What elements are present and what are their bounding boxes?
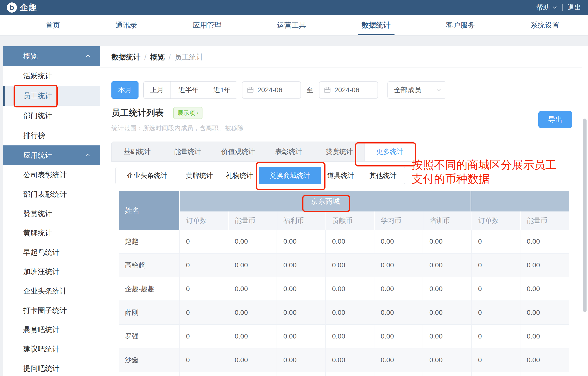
- breadcrumb-item[interactable]: 数据统计: [111, 52, 141, 62]
- scrollbar-thumb[interactable]: [583, 119, 587, 312]
- table-cell-value: 0.00: [423, 348, 471, 372]
- table-cell-value: [228, 372, 277, 376]
- table-cell-value: 0.00: [423, 325, 471, 348]
- sidebar-item[interactable]: 企业头条统计: [3, 282, 100, 301]
- sidebar-item[interactable]: 赞赏统计: [3, 204, 100, 223]
- sidebar-item-department-stats[interactable]: 部门统计: [3, 106, 100, 125]
- sidebar-item-ranking[interactable]: 排行榜: [3, 125, 100, 146]
- chevron-up-icon: [85, 53, 91, 59]
- nav-item-apps[interactable]: 应用管理: [193, 15, 222, 35]
- sidebar-item-employee-stats[interactable]: 员工统计: [3, 86, 100, 106]
- table-cell-value: 0.00: [228, 301, 277, 324]
- table-column-header: 培训币: [423, 211, 471, 230]
- tab-more-stats[interactable]: 更多统计: [364, 142, 415, 161]
- table-cell-value: 0.00: [520, 254, 569, 277]
- table-cell-value: 0.00: [423, 277, 471, 301]
- sidebar-item[interactable]: 悬赏吧统计: [3, 320, 100, 339]
- table-cell-value: 0.00: [520, 230, 569, 253]
- table-row: 沙鑫00.000.000.000.000.0000.00: [119, 348, 569, 372]
- table-cell-value: 0.00: [277, 325, 325, 348]
- sidebar-item[interactable]: 黄牌统计: [3, 223, 100, 243]
- table-cell-value: 0: [471, 301, 520, 324]
- subtab-other-stats[interactable]: 其他统计: [361, 167, 405, 184]
- tab-values-stats[interactable]: 价值观统计: [213, 142, 263, 161]
- table-column-header: 学习币: [374, 211, 423, 230]
- nav-item-customer-service[interactable]: 客户服务: [446, 15, 475, 35]
- logo-text: 企趣: [20, 2, 37, 13]
- sidebar-item[interactable]: 部门表彰统计: [3, 185, 100, 204]
- sidebar-item[interactable]: 建议吧统计: [3, 339, 100, 359]
- table-row: 高艳超00.000.000.000.000.0000.00: [119, 254, 569, 277]
- export-button[interactable]: 导出: [538, 111, 572, 128]
- calendar-icon: [247, 86, 254, 94]
- app-window: b 企趣 帮助 退出 首页 通讯录 应用管理 运营工具 数据统计 客户服务 系统…: [0, 0, 588, 376]
- subtab-headline-stats[interactable]: 企业头条统计: [116, 167, 179, 184]
- nav-item-data-stats[interactable]: 数据统计: [361, 15, 391, 35]
- table-cell-value: [471, 372, 520, 376]
- help-menu[interactable]: 帮助: [536, 3, 557, 12]
- table-row: 企趣-趣趣00.000.000.000.000.0000.00: [119, 277, 569, 301]
- sidebar-item[interactable]: 打卡圈子统计: [3, 301, 100, 320]
- sidebar-item-active-stats[interactable]: 活跃统计: [3, 66, 100, 86]
- table-cell-value: 0: [179, 277, 228, 301]
- sidebar-group-app-stats-label: 应用统计: [23, 150, 52, 160]
- table-cell-value: 0.00: [277, 277, 325, 301]
- date-from-picker[interactable]: 2024-06: [242, 81, 301, 99]
- nav-item-contacts[interactable]: 通讯录: [116, 15, 137, 35]
- nav-item-home[interactable]: 首页: [45, 15, 60, 35]
- subtab-prop-stats[interactable]: 道具统计: [321, 167, 361, 184]
- sidebar-item[interactable]: 提问吧统计: [3, 359, 100, 376]
- tab-basic-stats[interactable]: 基础统计: [112, 142, 163, 161]
- tab-praise-stats[interactable]: 赞赏统计: [314, 142, 365, 161]
- more-stats-subtabs: 企业头条统计 黄牌统计 礼物统计 兑换商城统计 道具统计 其他统计: [115, 167, 405, 184]
- this-month-button[interactable]: 本月: [111, 81, 139, 99]
- table-cell-value: 0: [179, 254, 228, 277]
- nav-item-settings[interactable]: 系统设置: [530, 15, 559, 35]
- table-cell-name: 高艳超: [119, 254, 179, 277]
- sidebar-item[interactable]: 早起鸟统计: [3, 243, 100, 262]
- date-range-to-label: 至: [307, 85, 313, 94]
- stats-tabs: 基础统计 能量统计 价值观统计 表彰统计 赞赏统计 更多统计: [111, 142, 415, 162]
- table-cell-value: 0.00: [374, 277, 423, 301]
- logo: b 企趣: [7, 2, 37, 13]
- chevron-down-icon: [552, 5, 557, 10]
- table-cell-value: 0.00: [520, 301, 569, 324]
- table-column-header: 订单数: [471, 211, 520, 230]
- table-column-header: 能量币: [520, 211, 569, 230]
- nav-item-ops-tools[interactable]: 运营工具: [277, 15, 306, 35]
- subtab-mall-exchange-stats[interactable]: 兑换商城统计: [259, 167, 321, 184]
- table-cell-value: 0.00: [520, 348, 569, 372]
- logout-button[interactable]: 退出: [568, 3, 581, 12]
- sidebar-group-app-stats[interactable]: 应用统计: [3, 146, 100, 165]
- table-row: 趣趣00.000.000.000.000.0000.00: [119, 230, 569, 254]
- table-cell-value: 0.00: [374, 230, 423, 253]
- table-column-header: 订单数: [179, 211, 228, 230]
- member-filter-select[interactable]: 全部成员: [388, 81, 446, 99]
- subtab-yellowcard-stats[interactable]: 黄牌统计: [179, 167, 220, 184]
- date-to-picker[interactable]: 2024-06: [319, 81, 378, 99]
- table-cell-value: [325, 372, 374, 376]
- sidebar-group-overview[interactable]: 概览: [3, 46, 100, 66]
- subtab-gift-stats[interactable]: 礼物统计: [220, 167, 259, 184]
- tab-energy-stats[interactable]: 能量统计: [163, 142, 213, 161]
- chevron-up-icon: [85, 152, 91, 158]
- calendar-icon: [324, 86, 331, 94]
- table-cell-value: [277, 372, 325, 376]
- sidebar: 概览 活跃统计 员工统计 部门统计 排行榜 应用统计 公司表彰统计部门表彰统计赞…: [3, 46, 100, 376]
- sidebar-item[interactable]: 公司表彰统计: [3, 165, 100, 185]
- sidebar-item[interactable]: 加班汪统计: [3, 262, 100, 282]
- breadcrumb-item[interactable]: 概览: [150, 52, 165, 62]
- table-cell-value: 0.00: [277, 348, 325, 372]
- table-cell-value: 0: [471, 348, 520, 372]
- help-label: 帮助: [536, 3, 550, 12]
- table-cell-value: 0.00: [374, 348, 423, 372]
- content-panel: 数据统计 / 概览 / 员工统计 本月 上月 近半年 近1年 2024-06 至: [100, 46, 588, 376]
- last-month-button[interactable]: 上月: [144, 82, 170, 98]
- table-cell-value: 0.00: [423, 301, 471, 324]
- chevron-right-icon: ›: [196, 110, 198, 116]
- half-year-button[interactable]: 近半年: [170, 82, 207, 98]
- one-year-button[interactable]: 近1年: [207, 82, 237, 98]
- display-options-badge[interactable]: 展示项 ›: [174, 107, 202, 119]
- breadcrumb-current: 员工统计: [174, 52, 204, 62]
- tab-commend-stats[interactable]: 表彰统计: [263, 142, 314, 161]
